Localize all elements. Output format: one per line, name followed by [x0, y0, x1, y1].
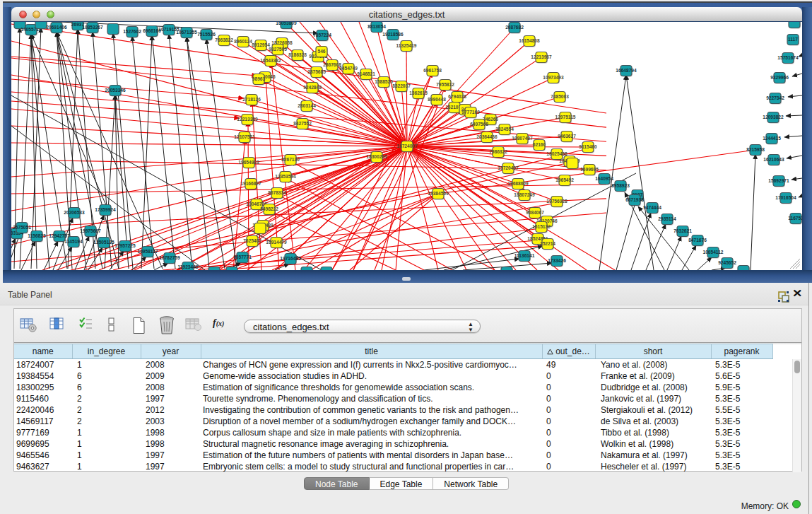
svg-text:1615132: 1615132 [532, 224, 551, 229]
svg-text:11923446: 11923446 [178, 264, 199, 269]
svg-text:11325419: 11325419 [396, 43, 417, 48]
svg-text:8471676: 8471676 [688, 238, 707, 243]
svg-text:12942757: 12942757 [49, 233, 70, 238]
svg-text:2935114: 2935114 [658, 216, 676, 221]
svg-text:12505135: 12505135 [93, 240, 114, 245]
svg-text:19384554: 19384554 [428, 191, 449, 196]
svg-text:15720407: 15720407 [498, 165, 519, 170]
svg-text:15692971: 15692971 [768, 178, 789, 183]
svg-text:8267130: 8267130 [281, 157, 300, 162]
svg-text:98963: 98963 [252, 76, 266, 81]
svg-text:1145194: 1145194 [64, 239, 83, 244]
svg-text:2718126: 2718126 [242, 97, 261, 102]
svg-text:7485003: 7485003 [551, 94, 569, 99]
svg-text:17359924: 17359924 [95, 207, 116, 212]
svg-text:9777169: 9777169 [461, 110, 480, 115]
svg-text:1965492: 1965492 [555, 177, 574, 182]
svg-text:12975115: 12975115 [555, 115, 576, 119]
svg-text:1156829: 1156829 [28, 233, 46, 238]
svg-text:9146821: 9146821 [357, 71, 375, 76]
svg-text:10807487: 10807487 [512, 136, 533, 141]
svg-text:20053346: 20053346 [105, 88, 126, 93]
svg-text:2575051: 2575051 [13, 225, 31, 230]
svg-text:18807249: 18807249 [514, 192, 535, 197]
svg-text:12093822: 12093822 [763, 115, 784, 119]
svg-text:16914479: 16914479 [266, 240, 287, 245]
svg-text:1362615: 1362615 [409, 90, 428, 95]
svg-text:10973493: 10973493 [543, 75, 564, 80]
svg-text:7632621: 7632621 [673, 228, 692, 233]
svg-text:3875685: 3875685 [307, 69, 326, 74]
svg-text:9463627: 9463627 [558, 134, 576, 139]
svg-text:2803144: 2803144 [298, 103, 316, 108]
svg-text:12353594: 12353594 [275, 174, 296, 179]
svg-text:9242848: 9242848 [303, 85, 322, 90]
svg-text:18724007: 18724007 [396, 144, 418, 148]
svg-text:8322037: 8322037 [392, 83, 411, 88]
svg-text:9329966: 9329966 [770, 75, 789, 80]
svg-text:10025438: 10025438 [546, 151, 567, 156]
svg-text:8186328: 8186328 [288, 52, 307, 57]
svg-text:9245652: 9245652 [718, 260, 736, 265]
svg-text:12213967: 12213967 [531, 54, 552, 59]
svg-text:9699695: 9699695 [580, 167, 599, 172]
svg-text:20206533: 20206533 [64, 210, 85, 215]
svg-text:19716485: 19716485 [280, 256, 301, 261]
svg-text:16648794: 16648794 [616, 68, 637, 73]
svg-text:8215958: 8215958 [746, 147, 765, 152]
svg-text:3824554: 3824554 [495, 127, 514, 132]
svg-text:1640954: 1640954 [595, 176, 613, 181]
svg-text:9327505: 9327505 [269, 47, 287, 52]
svg-text:8958923: 8958923 [611, 183, 630, 188]
svg-text:7857224: 7857224 [313, 33, 331, 37]
svg-text:11136141: 11136141 [514, 253, 535, 258]
svg-text:8813054: 8813054 [367, 24, 386, 29]
svg-text:8454749: 8454749 [339, 66, 358, 71]
svg-text:19166827: 19166827 [240, 181, 261, 186]
svg-text:16210643: 16210643 [763, 157, 784, 162]
svg-text:16053809: 16053809 [276, 22, 297, 25]
svg-text:6961758: 6961758 [423, 68, 442, 73]
svg-text:9657771: 9657771 [233, 255, 252, 259]
svg-text:7955812: 7955812 [436, 82, 454, 87]
svg-text:16154808: 16154808 [519, 38, 540, 43]
svg-text:19654923: 19654923 [238, 160, 259, 165]
svg-text:6497568: 6497568 [470, 122, 488, 127]
svg-text:8678334: 8678334 [268, 190, 286, 195]
svg-text:12107551: 12107551 [234, 134, 255, 139]
svg-text:15751674: 15751674 [777, 55, 799, 60]
svg-text:12213389: 12213389 [237, 117, 258, 122]
svg-text:9084067: 9084067 [526, 210, 544, 215]
svg-text:7515526: 7515526 [197, 32, 216, 37]
svg-text:10853267: 10853267 [82, 25, 103, 30]
svg-text:8912954: 8912954 [252, 42, 270, 47]
svg-text:16543382: 16543382 [260, 58, 281, 63]
svg-text:7663822: 7663822 [215, 37, 233, 42]
svg-text:10688609: 10688609 [507, 181, 529, 186]
svg-text:19975667: 19975667 [80, 228, 101, 233]
svg-text:18300295: 18300295 [366, 154, 387, 159]
svg-text:1588520: 1588520 [375, 79, 393, 84]
svg-text:546: 546 [317, 49, 325, 54]
svg-text:10671355: 10671355 [176, 30, 197, 35]
svg-text:1527602: 1527602 [123, 29, 141, 34]
svg-text:6794028: 6794028 [448, 94, 466, 99]
svg-text:7986322: 7986322 [489, 149, 507, 154]
svg-text:62160: 62160 [533, 142, 546, 147]
svg-text:252214: 252214 [540, 241, 555, 246]
svg-text:8498222: 8498222 [260, 206, 278, 211]
svg-text:8960124: 8960124 [234, 39, 252, 44]
svg-text:1244415: 1244415 [763, 136, 781, 141]
svg-text:8427552: 8427552 [293, 121, 312, 126]
svg-text:10958117: 10958117 [138, 249, 158, 254]
svg-text:17957225: 17957225 [114, 243, 136, 248]
svg-text:116753: 116753 [788, 216, 802, 221]
svg-text:20364436: 20364436 [476, 134, 498, 139]
svg-text:1733426: 1733426 [548, 258, 566, 263]
svg-text:16782759: 16782759 [159, 255, 180, 260]
svg-text:17016504: 17016504 [775, 195, 796, 200]
svg-text:2687682: 2687682 [505, 25, 524, 30]
svg-text:20691406: 20691406 [46, 25, 67, 30]
svg-text:9474444: 9474444 [643, 205, 661, 210]
svg-text:10654112: 10654112 [703, 250, 724, 255]
